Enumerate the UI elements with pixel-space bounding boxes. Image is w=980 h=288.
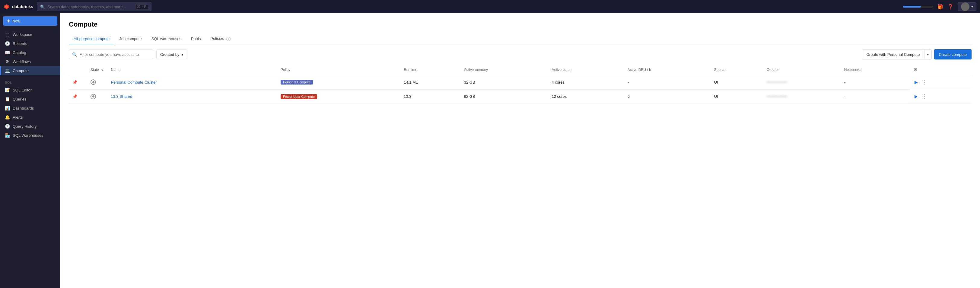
global-search[interactable]: 🔍 ⌘ + P [37, 2, 151, 11]
tab-policies[interactable]: Policies i [205, 33, 235, 44]
col-header-runtime: Runtime [400, 64, 460, 75]
cell-creator: •••••••••••••••• [763, 89, 841, 103]
compute-table-body: 📌 Personal Compute Cluster Personal Comp… [69, 75, 972, 104]
search-icon: 🔍 [40, 5, 45, 9]
sql-warehouses-icon: 🏪 [5, 133, 10, 138]
sidebar-item-label: Compute [13, 68, 29, 73]
page-title: Compute [69, 21, 972, 29]
brand-name: databricks [12, 4, 33, 9]
cluster-name-link[interactable]: 13.3 Shared [111, 94, 132, 99]
topbar-right: 🎁 ❓ ▾ [903, 2, 976, 11]
table-row: 📌 Personal Compute Cluster Personal Comp… [69, 75, 972, 90]
search-shortcut: ⌘ + P [135, 4, 148, 10]
gift-icon[interactable]: 🎁 [937, 4, 943, 10]
col-header-state[interactable]: State ⇅ [87, 64, 107, 75]
cell-notebooks: - [841, 75, 910, 90]
workflows-icon: ⚙ [5, 59, 10, 64]
settings-icon[interactable]: ⚙ [913, 67, 918, 72]
sidebar-item-label: Catalog [13, 51, 26, 55]
sql-section-label: SQL [0, 78, 60, 86]
compute-tabs: All-purpose compute Job compute SQL ware… [69, 33, 972, 45]
state-icon [91, 80, 96, 85]
compute-search[interactable]: 🔍 [69, 49, 153, 59]
cell-name: Personal Compute Cluster [107, 75, 277, 90]
sidebar-item-sql-editor[interactable]: 📝 SQL Editor [0, 86, 60, 94]
new-button[interactable]: ✚ New [3, 16, 57, 25]
more-actions-button[interactable]: ⋮ [920, 92, 928, 100]
create-personal-dropdown-button[interactable]: ▾ [924, 49, 932, 59]
cell-policy: Power User Compute [277, 89, 400, 103]
cell-actions: ▶ ⋮ [910, 75, 972, 89]
created-by-filter[interactable]: Created by ▾ [156, 49, 188, 59]
sidebar-item-dashboards[interactable]: 📊 Dashboards [0, 103, 60, 113]
col-header-pin [69, 64, 87, 75]
sidebar-item-compute[interactable]: 💻 Compute [0, 66, 60, 75]
cell-state [87, 75, 107, 90]
progress-bar [903, 6, 921, 8]
more-actions-button[interactable]: ⋮ [920, 78, 928, 86]
search-icon: 🔍 [72, 52, 77, 57]
col-header-policy: Policy [277, 64, 400, 75]
cell-pin: 📌 [69, 75, 87, 90]
state-icon [91, 94, 96, 99]
run-button[interactable]: ▶ [913, 93, 919, 100]
topbar: databricks 🔍 ⌘ + P 🎁 ❓ ▾ [0, 0, 980, 13]
cell-source: UI [711, 75, 763, 90]
sidebar-item-label: Query History [13, 124, 37, 129]
run-button[interactable]: ▶ [913, 78, 919, 86]
dashboards-icon: 📊 [5, 106, 10, 110]
compute-toolbar: 🔍 Created by ▾ Create with Personal Comp… [60, 45, 980, 64]
cell-active-cores: 4 cores [548, 75, 624, 90]
tab-sql-warehouses[interactable]: SQL warehouses [146, 33, 186, 44]
cluster-name-link[interactable]: Personal Compute Cluster [111, 80, 157, 84]
sidebar-item-alerts[interactable]: 🔔 Alerts [0, 113, 60, 122]
sidebar-item-recents[interactable]: 🕐 Recents [0, 39, 60, 48]
sidebar-item-label: Workflows [13, 59, 31, 64]
cell-name: 13.3 Shared [107, 89, 277, 103]
sidebar-item-label: Recents [13, 41, 27, 46]
sidebar-item-workspace[interactable]: ⬚ Workspace [0, 30, 60, 39]
cell-active-memory: 32 GB [460, 75, 548, 90]
cell-pin: 📌 [69, 89, 87, 103]
cell-active-dbu: 6 [624, 89, 711, 103]
sidebar-item-queries[interactable]: 📋 Queries [0, 94, 60, 103]
cell-actions: ▶ ⋮ [910, 89, 972, 103]
create-personal-compute-button[interactable]: Create with Personal Compute [862, 49, 924, 59]
tab-all-purpose[interactable]: All-purpose compute [69, 33, 115, 44]
pin-icon: 📌 [72, 80, 77, 84]
compute-icon: 💻 [5, 68, 10, 73]
tab-job-compute[interactable]: Job compute [115, 33, 146, 44]
cell-runtime: 13.3 [400, 89, 460, 103]
cell-state [87, 89, 107, 103]
cell-runtime: 14.1 ML [400, 75, 460, 90]
create-compute-button[interactable]: Create compute [934, 49, 972, 59]
sidebar-item-sql-warehouses[interactable]: 🏪 SQL Warehouses [0, 131, 60, 140]
cell-active-memory: 92 GB [460, 89, 548, 103]
tab-pools[interactable]: Pools [186, 33, 206, 44]
sidebar-item-catalog[interactable]: 📖 Catalog [0, 48, 60, 57]
chevron-down-icon: ▾ [927, 52, 929, 57]
compute-search-input[interactable] [80, 52, 150, 57]
sidebar-item-workflows[interactable]: ⚙ Workflows [0, 57, 60, 66]
help-icon[interactable]: ❓ [947, 4, 953, 10]
user-menu[interactable]: ▾ [958, 2, 976, 11]
avatar [961, 2, 969, 11]
col-header-settings[interactable]: ⚙ [910, 64, 972, 75]
policies-info-icon: i [226, 37, 231, 41]
compute-table-container: State ⇅ Name Policy Runtime [60, 64, 980, 104]
col-header-active-cores: Active cores [548, 64, 624, 75]
policy-badge: Personal Compute [281, 80, 313, 84]
filter-label: Created by [160, 52, 180, 57]
cell-creator: •••••••••••••••• [763, 75, 841, 90]
cell-policy: Personal Compute [277, 75, 400, 90]
plus-icon: ✚ [6, 19, 10, 23]
catalog-icon: 📖 [5, 50, 10, 55]
query-history-icon: 🕐 [5, 124, 10, 129]
col-header-source: Source [711, 64, 763, 75]
main-content: Compute All-purpose compute Job compute … [60, 13, 980, 288]
sort-icon: ⇅ [101, 68, 103, 72]
sidebar-item-label: Workspace [13, 32, 32, 37]
col-header-name[interactable]: Name [107, 64, 277, 75]
sidebar-item-query-history[interactable]: 🕐 Query History [0, 122, 60, 131]
search-input[interactable] [48, 5, 133, 9]
